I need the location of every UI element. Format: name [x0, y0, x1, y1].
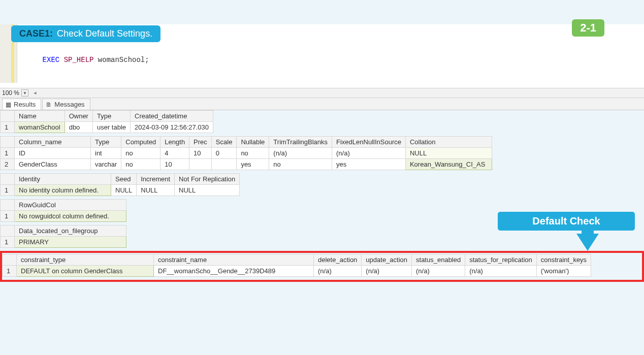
col-delete-action[interactable]: delete_action — [314, 254, 362, 266]
cell[interactable]: ('woman') — [536, 266, 591, 277]
col-trimtrailing[interactable]: TrimTrailingBlanks — [269, 137, 332, 148]
cell-owner[interactable]: dbo — [65, 122, 92, 133]
cell[interactable]: NULL — [137, 185, 175, 196]
constraint-highlight-box: constraint_type constraint_name delete_a… — [0, 251, 644, 282]
grid-object-info[interactable]: Name Owner Type Created_datetime 1 woman… — [0, 110, 213, 133]
row-number[interactable]: 1 — [3, 266, 17, 277]
grid-filegroup[interactable]: Data_located_on_filegroup 1 PRIMARY — [0, 225, 126, 248]
cell[interactable]: (n/a) — [465, 266, 537, 277]
col-filegroup[interactable]: Data_located_on_filegroup — [15, 225, 126, 237]
grid-identity[interactable]: Identity Seed Increment Not For Replicat… — [0, 173, 240, 196]
cell[interactable] — [211, 159, 237, 170]
cell[interactable]: 0 — [211, 148, 237, 159]
col-constraint-type[interactable]: constraint_type — [17, 254, 154, 266]
grid-constraints[interactable]: constraint_type constraint_name delete_a… — [2, 254, 591, 277]
col-increment[interactable]: Increment — [137, 174, 175, 185]
table-row[interactable]: 1 womanSchool dbo user table 2024-03-09 … — [1, 122, 213, 133]
row-number[interactable]: 2 — [1, 159, 15, 170]
col-constraint-keys[interactable]: constraint_keys — [536, 254, 591, 266]
cell[interactable]: (n/a) — [269, 148, 332, 159]
cell[interactable]: 10 — [189, 148, 212, 159]
cell[interactable]: (n/a) — [332, 148, 406, 159]
zoom-dropdown[interactable]: ▼ — [21, 89, 28, 96]
cell[interactable]: yes — [332, 159, 406, 170]
row-number[interactable]: 1 — [1, 185, 15, 196]
cell[interactable]: no — [269, 159, 332, 170]
cell[interactable]: (n/a) — [412, 266, 465, 277]
col-constraint-name[interactable]: constraint_name — [154, 254, 314, 266]
cell[interactable]: NULL — [175, 185, 240, 196]
table-row[interactable]: 1 PRIMARY — [1, 237, 126, 248]
grid-columns[interactable]: Column_name Type Computed Length Prec Sc… — [0, 136, 492, 170]
col-rowguid[interactable]: RowGuidCol — [15, 200, 126, 211]
cell[interactable]: Korean_Wansung_CI_AS — [405, 159, 492, 170]
cell-created[interactable]: 2024-03-09 12:56:27.030 — [131, 122, 213, 133]
tab-results[interactable]: ▦ Results — [2, 99, 41, 110]
row-header-blank — [3, 254, 17, 266]
row-header-blank — [1, 137, 15, 148]
tab-messages[interactable]: 🗎 Messages — [42, 99, 90, 110]
row-number[interactable]: 1 — [1, 237, 15, 248]
col-notforrepl[interactable]: Not For Replication — [175, 174, 240, 185]
cell[interactable]: No rowguidcol column defined. — [15, 211, 126, 222]
cell[interactable]: ID — [15, 148, 91, 159]
cell[interactable]: int — [91, 148, 121, 159]
cell[interactable]: (n/a) — [314, 266, 362, 277]
sql-object-name: womanSchool — [98, 56, 145, 64]
cell[interactable]: 10 — [160, 159, 189, 170]
cell[interactable]: yes — [237, 159, 269, 170]
col-computed[interactable]: Computed — [121, 137, 160, 148]
cell[interactable]: (n/a) — [362, 266, 412, 277]
cell[interactable]: No identity column defined. — [15, 185, 111, 196]
col-seed[interactable]: Seed — [111, 174, 137, 185]
cell-name[interactable]: womanSchool — [15, 122, 65, 133]
col-fixedlennull[interactable]: FixedLenNullInSource — [332, 137, 406, 148]
cell[interactable]: PRIMARY — [15, 237, 126, 248]
cell[interactable]: GenderClass — [15, 159, 91, 170]
case-text: Check Default Settings. — [57, 28, 152, 39]
cell[interactable] — [189, 159, 212, 170]
results-tabs: ▦ Results 🗎 Messages — [0, 98, 644, 110]
table-row[interactable]: 1 ID int no 4 10 0 no (n/a) (n/a) NULL — [1, 148, 492, 159]
results-pane[interactable]: Name Owner Type Created_datetime 1 woman… — [0, 110, 644, 355]
cell[interactable]: no — [121, 159, 160, 170]
col-length[interactable]: Length — [160, 137, 189, 148]
col-scale[interactable]: Scale — [211, 137, 237, 148]
grid-rowguid[interactable]: RowGuidCol 1 No rowguidcol column define… — [0, 199, 126, 222]
col-created[interactable]: Created_datetime — [131, 111, 213, 122]
cell[interactable]: NULL — [405, 148, 492, 159]
col-update-action[interactable]: update_action — [362, 254, 412, 266]
callout-label: Default Check — [498, 212, 635, 231]
cell[interactable]: DEFAULT on column GenderClass — [17, 266, 154, 277]
col-col-type[interactable]: Type — [91, 137, 121, 148]
col-collation[interactable]: Collation — [405, 137, 492, 148]
col-nullable[interactable]: Nullable — [237, 137, 269, 148]
col-column-name[interactable]: Column_name — [15, 137, 91, 148]
row-header-blank — [1, 225, 15, 237]
default-check-callout: Default Check — [498, 212, 635, 251]
cell[interactable]: 4 — [160, 148, 189, 159]
col-status-enabled[interactable]: status_enabled — [412, 254, 465, 266]
cell[interactable]: varchar — [91, 159, 121, 170]
table-row[interactable]: 1 No identity column defined. NULL NULL … — [1, 185, 240, 196]
cell-type[interactable]: user table — [92, 122, 130, 133]
table-row[interactable]: 1 DEFAULT on column GenderClass DF__woma… — [3, 266, 591, 277]
cell[interactable]: NULL — [111, 185, 137, 196]
cell[interactable]: DF__womanScho__Gende__2739D489 — [154, 266, 314, 277]
tab-results-label: Results — [14, 101, 36, 108]
sql-code-line[interactable]: EXEC SP_HELP womanSchool; — [25, 48, 149, 72]
col-type[interactable]: Type — [92, 111, 130, 122]
col-name[interactable]: Name — [15, 111, 65, 122]
cell[interactable]: no — [237, 148, 269, 159]
table-row[interactable]: 1 No rowguidcol column defined. — [1, 211, 126, 222]
col-owner[interactable]: Owner — [65, 111, 92, 122]
row-number[interactable]: 1 — [1, 211, 15, 222]
scroll-left-icon[interactable]: ◄ — [31, 89, 39, 96]
col-identity[interactable]: Identity — [15, 174, 111, 185]
row-number[interactable]: 1 — [1, 122, 15, 133]
col-status-for-repl[interactable]: status_for_replication — [465, 254, 537, 266]
col-prec[interactable]: Prec — [189, 137, 212, 148]
row-number[interactable]: 1 — [1, 148, 15, 159]
cell[interactable]: no — [121, 148, 160, 159]
table-row[interactable]: 2 GenderClass varchar no 10 yes no yes K… — [1, 159, 492, 170]
